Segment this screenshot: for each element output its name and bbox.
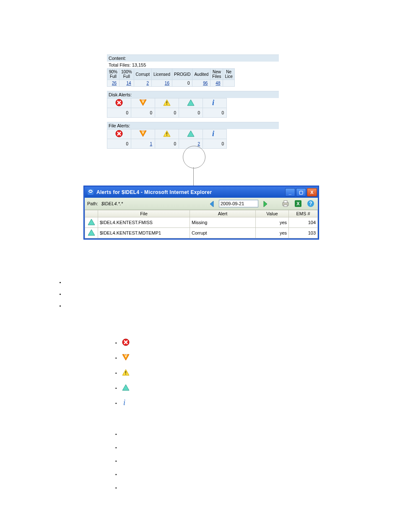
info-icon [203, 98, 227, 108]
date-input[interactable] [219, 200, 258, 207]
content-col: NewFiles [210, 69, 223, 80]
grid-col[interactable]: Value [256, 210, 289, 217]
next-date-button[interactable] [262, 200, 269, 207]
severity-bullet-major [115, 350, 130, 365]
content-col: Licensed [151, 69, 172, 80]
minor-icon [155, 129, 179, 139]
alert-count: 0 [203, 108, 227, 118]
content-col: NeLice [223, 69, 234, 80]
minor-icon [122, 369, 130, 377]
print-button[interactable] [281, 199, 290, 208]
warning-icon [122, 384, 130, 392]
severity-bullet-info [115, 395, 130, 411]
content-table: 90%Full100%FullCorruptLicensedPROGIDAudi… [107, 68, 235, 87]
content-cell [223, 80, 234, 87]
file-cell: $IDEL4.KENTEST.FMISS [98, 217, 190, 228]
minimize-button[interactable]: _ [285, 188, 295, 196]
grid-col[interactable]: Alert [190, 210, 256, 217]
content-col: Corrupt [134, 69, 151, 80]
disk-alerts-table: 00000 [107, 98, 227, 118]
callout-circle [183, 146, 205, 168]
content-header: Content: [107, 54, 279, 62]
alert-count[interactable]: 1 [131, 139, 155, 149]
alert-count: 0 [107, 139, 131, 149]
content-col: PROGID [172, 69, 192, 80]
critical-icon [107, 129, 131, 139]
callout-line [193, 167, 194, 186]
path-value: $IDEL4.*.* [101, 201, 123, 206]
alert-count: 0 [131, 108, 155, 118]
info-icon [122, 399, 130, 407]
warning-icon [179, 98, 203, 108]
ie-icon [87, 189, 94, 196]
maximize-button[interactable]: ▢ [296, 188, 306, 196]
severity-bullets [115, 335, 130, 411]
warning-icon [179, 129, 203, 139]
toolbar: Path: $IDEL4.*.* [85, 198, 318, 210]
critical-icon [122, 338, 130, 347]
table-row[interactable]: $IDEL4.KENTEST.MDTEMP1Corruptyes103 [85, 228, 318, 238]
ems-cell: 103 [289, 228, 318, 238]
content-cell[interactable]: 16 [151, 80, 172, 87]
window-title: Alerts for $IDEL4 - Microsoft Internet E… [96, 189, 212, 195]
grid-col[interactable]: File [98, 210, 190, 217]
info-icon [203, 129, 227, 139]
content-cell[interactable]: 26 [107, 80, 119, 87]
alert-count: 0 [155, 108, 179, 118]
severity-bullet-warning [115, 380, 130, 395]
alert-count: 0 [155, 139, 179, 149]
content-cell[interactable]: 2 [134, 80, 151, 87]
table-row[interactable]: $IDEL4.KENTEST.FMISSMissingyes104 [85, 217, 318, 228]
alert-count: 0 [203, 139, 227, 149]
major-icon [131, 129, 155, 139]
export-excel-button[interactable] [294, 199, 303, 208]
value-cell: yes [256, 217, 289, 228]
prev-date-button[interactable] [208, 200, 216, 207]
file-cell: $IDEL4.KENTEST.MDTEMP1 [98, 228, 190, 238]
grid-col[interactable]: EMS # [289, 210, 318, 217]
file-alerts-table: 01020 [107, 129, 227, 149]
window-titlebar[interactable]: Alerts for $IDEL4 - Microsoft Internet E… [85, 187, 318, 198]
content-cell: 0 [172, 80, 192, 87]
content-cell[interactable]: 48 [210, 80, 223, 87]
minor-icon [155, 98, 179, 108]
bullet-list-level2b [115, 431, 117, 498]
file-alerts-header: File Alerts: [107, 122, 279, 129]
content-col: 100%Full [119, 69, 134, 80]
alerts-grid: FileAlertValueEMS # $IDEL4.KENTEST.FMISS… [85, 210, 318, 238]
alert-count: 0 [107, 108, 131, 118]
value-cell: yes [256, 228, 289, 238]
major-icon [122, 354, 130, 362]
ems-cell: 104 [289, 217, 318, 228]
content-col: 90%Full [107, 69, 119, 80]
content-cell[interactable]: 14 [119, 80, 134, 87]
help-button[interactable] [306, 199, 315, 208]
alert-count[interactable]: 2 [179, 139, 203, 149]
grid-col[interactable] [85, 210, 98, 217]
content-col: Audited [192, 69, 210, 80]
close-button[interactable]: X [307, 188, 317, 196]
major-icon [131, 98, 155, 108]
alerts-popup-window: Alerts for $IDEL4 - Microsoft Internet E… [84, 186, 319, 239]
disk-alerts-header: Disk Alerts: [107, 91, 279, 98]
critical-icon [107, 98, 131, 108]
warning-icon [85, 228, 98, 238]
severity-bullet-critical [115, 335, 130, 350]
warning-icon [85, 217, 98, 228]
total-files: Total Files: 13,155 [107, 62, 279, 68]
alert-cell: Missing [190, 217, 256, 228]
severity-bullet-minor [115, 365, 130, 380]
content-cell[interactable]: 96 [192, 80, 210, 87]
alert-cell: Corrupt [190, 228, 256, 238]
alert-count: 0 [179, 108, 203, 118]
path-label: Path: [87, 201, 98, 206]
